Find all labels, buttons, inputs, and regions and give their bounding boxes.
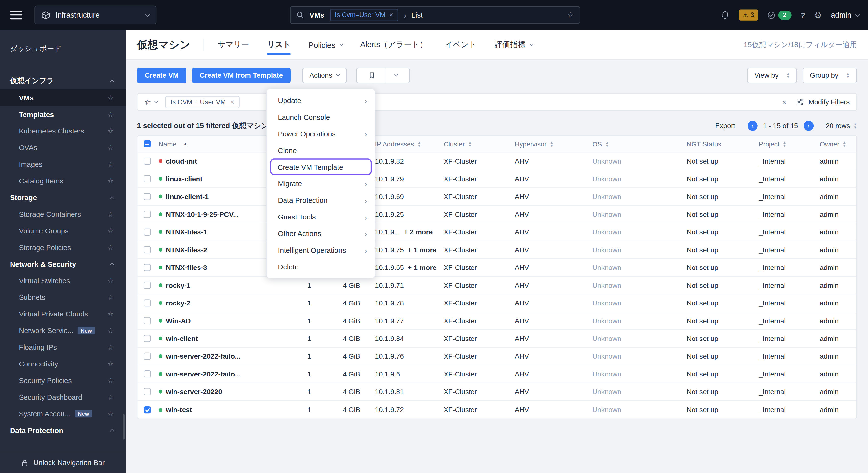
more-ips-link[interactable]: + 1 more xyxy=(408,263,436,272)
row-checkbox[interactable] xyxy=(143,388,151,395)
sidebar-item[interactable]: Virtual Private Clouds ☆ xyxy=(0,306,126,322)
menu-item[interactable]: Migrate › xyxy=(267,175,375,192)
alerts-warning-badge[interactable]: ⚠ 3 xyxy=(739,9,758,20)
star-icon[interactable]: ☆ xyxy=(107,293,114,301)
vm-name-link[interactable]: NTNX-files-3 xyxy=(166,263,207,272)
vm-name-link[interactable]: win-client xyxy=(166,335,198,342)
tasks-badge[interactable]: 2 xyxy=(767,10,791,20)
filter-summary-link[interactable]: 15仮想マシン/18にフィルター適用 xyxy=(744,40,857,50)
sidebar-item[interactable]: Storage Containers ☆ xyxy=(0,206,126,222)
table-row[interactable]: linux-client-1 10.1.9.69 XF-Cluster AHV … xyxy=(137,188,856,206)
tab[interactable]: イベント xyxy=(445,30,477,60)
row-checkbox[interactable] xyxy=(143,352,151,359)
sidebar-item[interactable]: ダッシュボード xyxy=(0,40,126,57)
table-row[interactable]: win-client 1 4 GiB 10.1.9.84 XF-Cluster … xyxy=(137,330,856,348)
vm-name-link[interactable]: NTNX-10-1-9-25-PCV... xyxy=(166,211,239,218)
actions-button[interactable]: Actions xyxy=(302,68,346,83)
sidebar-item[interactable]: Storage Policies ☆ xyxy=(0,239,126,255)
sidebar-item[interactable]: Templates ☆ xyxy=(0,106,126,123)
sidebar-item[interactable]: Network & Security xyxy=(0,255,126,272)
settings-gear-icon[interactable]: ⚙ xyxy=(814,10,822,20)
sidebar-item[interactable]: Connectivity ☆ xyxy=(0,355,126,372)
row-checkbox[interactable] xyxy=(143,193,151,200)
row-checkbox[interactable] xyxy=(143,282,151,289)
more-ips-link[interactable]: + 1 more xyxy=(408,246,436,254)
sidebar-item[interactable]: Virtual Switches ☆ xyxy=(0,272,126,289)
menu-item[interactable]: Other Actions › xyxy=(267,225,375,242)
star-icon[interactable]: ☆ xyxy=(107,359,114,368)
search-filter-pill[interactable]: Is Cvm=User VM × xyxy=(330,9,398,21)
sidebar-item[interactable]: Kubernetes Clusters ☆ xyxy=(0,123,126,139)
select-all-checkbox[interactable] xyxy=(143,140,151,148)
remove-filter-icon[interactable]: × xyxy=(230,98,234,106)
row-checkbox[interactable] xyxy=(143,317,151,324)
sidebar-item[interactable]: Security Dashboard ☆ xyxy=(0,389,126,405)
star-icon[interactable]: ☆ xyxy=(107,110,114,118)
vm-name-link[interactable]: win-server-2022-failo... xyxy=(166,352,241,360)
favorite-search-icon[interactable]: ☆ xyxy=(567,10,574,19)
star-icon[interactable]: ☆ xyxy=(107,143,114,152)
sidebar-item[interactable]: Catalog Items ☆ xyxy=(0,172,126,189)
sidebar-item[interactable]: Data Protection xyxy=(0,422,126,438)
unlock-navigation-bar[interactable]: Unlock Navigation Bar xyxy=(0,452,126,473)
view-by-button[interactable]: View by xyxy=(747,68,797,83)
menu-item[interactable]: Update › xyxy=(267,92,375,109)
star-icon[interactable]: ☆ xyxy=(107,393,114,401)
prev-page-button[interactable]: ‹ xyxy=(747,121,757,131)
row-checkbox[interactable] xyxy=(143,264,151,271)
star-icon[interactable]: ☆ xyxy=(107,93,114,102)
sidebar-item[interactable]: 仮想インフラ xyxy=(0,72,126,89)
table-row[interactable]: NTNX-files-2 10.1.9.75+ 1 more XF-Cluste… xyxy=(137,241,856,259)
global-search-bar[interactable]: VMs Is Cvm=User VM × › List ☆ xyxy=(290,6,580,24)
row-checkbox[interactable] xyxy=(143,158,151,165)
sidebar-item[interactable]: Network Servic... New ☆ xyxy=(0,322,126,339)
vm-name-link[interactable]: Win-AD xyxy=(166,317,191,324)
star-icon[interactable]: ☆ xyxy=(107,127,114,135)
row-checkbox[interactable] xyxy=(143,211,151,218)
table-row[interactable]: cloud-init 10.1.9.82 XF-Cluster AHV Unkn… xyxy=(137,152,856,170)
sidebar-item[interactable]: Storage xyxy=(0,189,126,206)
star-icon[interactable]: ☆ xyxy=(107,409,114,418)
table-row[interactable]: rocky-1 1 4 GiB 10.1.9.71 XF-Cluster AHV… xyxy=(137,277,856,294)
group-by-button[interactable]: Group by xyxy=(803,68,857,83)
user-menu[interactable]: admin xyxy=(831,11,859,19)
table-row[interactable]: win-server-2022-failo... 1 4 GiB 10.1.9.… xyxy=(137,348,856,365)
table-row[interactable]: win-server-2022-failo... 1 4 GiB 10.1.9.… xyxy=(137,366,856,383)
menu-item[interactable]: Guest Tools › xyxy=(267,209,375,225)
table-row[interactable]: NTNX-files-3 10.1.9.65+ 1 more XF-Cluste… xyxy=(137,259,856,277)
sidebar-item[interactable]: Security Policies ☆ xyxy=(0,372,126,389)
column-header-ip[interactable]: IP Addresses xyxy=(368,140,437,148)
bookmark-icon[interactable] xyxy=(363,68,380,83)
menu-item[interactable]: Create VM Template xyxy=(270,158,372,175)
sidebar-item[interactable]: Images ☆ xyxy=(0,156,126,172)
menu-item[interactable]: Data Protection › xyxy=(267,192,375,209)
star-icon[interactable]: ☆ xyxy=(107,210,114,218)
clear-filters-icon[interactable]: × xyxy=(782,98,786,106)
active-filter-pill[interactable]: Is CVM = User VM × xyxy=(165,96,240,108)
saved-filters-button[interactable]: ☆ xyxy=(144,97,157,106)
tab[interactable]: 評価指標 xyxy=(495,30,533,60)
tab[interactable]: Policies xyxy=(309,30,343,60)
tab[interactable]: リスト xyxy=(267,30,291,60)
star-icon[interactable]: ☆ xyxy=(107,376,114,385)
star-icon[interactable]: ☆ xyxy=(107,326,114,335)
row-checkbox[interactable] xyxy=(143,175,151,182)
star-icon[interactable]: ☆ xyxy=(107,243,114,251)
row-checkbox[interactable] xyxy=(143,246,151,253)
row-checkbox[interactable] xyxy=(143,335,151,342)
vm-name-link[interactable]: NTNX-files-1 xyxy=(166,228,207,236)
tab[interactable]: Alerts（アラート） xyxy=(360,30,427,60)
column-header-ngt[interactable]: NGT Status xyxy=(680,140,752,148)
column-header-owner[interactable]: Owner xyxy=(813,140,857,148)
column-header-project[interactable]: Project xyxy=(752,140,813,148)
row-checkbox[interactable] xyxy=(143,370,151,377)
vm-name-link[interactable]: cloud-init xyxy=(166,157,197,165)
table-row[interactable]: win-test 1 4 GiB 10.1.9.72 XF-Cluster AH… xyxy=(137,401,856,418)
tab[interactable]: サマリー xyxy=(218,30,249,60)
column-header-hypervisor[interactable]: Hypervisor xyxy=(508,140,586,148)
vm-name-link[interactable]: linux-client xyxy=(166,175,203,183)
hamburger-menu-icon[interactable] xyxy=(10,8,22,22)
table-row[interactable]: NTNX-files-1 10.1.9...+ 2 more XF-Cluste… xyxy=(137,223,856,241)
bell-icon[interactable] xyxy=(720,10,730,20)
star-icon[interactable]: ☆ xyxy=(107,276,114,285)
